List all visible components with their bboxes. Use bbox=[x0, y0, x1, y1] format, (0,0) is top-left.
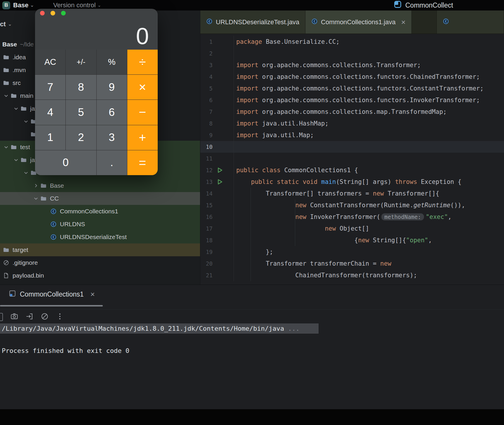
svg-text:C: C bbox=[445, 20, 447, 23]
close-icon[interactable]: × bbox=[401, 18, 406, 26]
editor-tab-commoncollections1-java[interactable]: CCommonCollections1.java× bbox=[305, 11, 412, 34]
tree-item-urldns[interactable]: CURLDNS bbox=[0, 218, 200, 231]
calc-button-4[interactable]: 4 bbox=[35, 100, 65, 125]
code-editor[interactable]: 1package Base.Unserialize.CC;23import or… bbox=[200, 36, 504, 281]
console-command-line[interactable]: /Library/Java/JavaVirtualMachines/jdk1.8… bbox=[0, 323, 319, 334]
run-gutter-icon[interactable] bbox=[213, 179, 227, 185]
camera-icon[interactable] bbox=[11, 313, 18, 320]
token-kw: import bbox=[236, 97, 262, 104]
minimize-window-button[interactable] bbox=[51, 11, 55, 15]
tree-item-payload-bin[interactable]: payload.bin bbox=[0, 269, 200, 282]
code-line: 21 ChainedTransformer(transformers); bbox=[200, 269, 504, 281]
parameter-hint: methodName: bbox=[381, 213, 424, 220]
folder-icon bbox=[10, 92, 18, 99]
folder-icon bbox=[2, 54, 10, 61]
token-kw: import bbox=[236, 73, 262, 80]
zoom-window-button[interactable] bbox=[61, 11, 66, 15]
export-icon[interactable] bbox=[26, 313, 33, 320]
editor-tab-label: CommonCollections1.java bbox=[321, 18, 396, 26]
chevron-right-icon[interactable] bbox=[32, 183, 40, 188]
run-tab[interactable]: CommonCollections1 × bbox=[9, 290, 95, 299]
code-text: import org.apache.commons.collections.fu… bbox=[236, 85, 484, 92]
token-it: getRuntime bbox=[413, 202, 450, 209]
editor-tab-partial[interactable]: C bbox=[437, 11, 504, 34]
calc-button-[interactable]: +/- bbox=[66, 50, 96, 74]
chevron-down-icon[interactable] bbox=[22, 119, 30, 124]
tree-item-cc[interactable]: CC bbox=[0, 192, 200, 205]
token-pl: org.apache.commons.collections.functors.… bbox=[262, 85, 484, 92]
clipped-toolbar-icon bbox=[0, 313, 3, 321]
close-window-button[interactable] bbox=[40, 11, 45, 15]
line-number: 15 bbox=[200, 202, 213, 208]
token-kw: new bbox=[325, 225, 340, 232]
line-number: 16 bbox=[200, 214, 213, 220]
kebab-icon[interactable] bbox=[56, 313, 64, 320]
line-number: 4 bbox=[200, 74, 213, 80]
chevron-down-icon[interactable] bbox=[2, 144, 10, 150]
chevron-down-icon[interactable] bbox=[32, 196, 40, 201]
editor-body[interactable]: 1package Base.Unserialize.CC;23import or… bbox=[200, 34, 504, 285]
code-text: }; bbox=[236, 248, 273, 255]
calc-button-[interactable]: . bbox=[97, 150, 127, 175]
project-selector[interactable]: Base ⌄ bbox=[13, 1, 34, 9]
code-line: 5import org.apache.commons.collections.f… bbox=[200, 83, 504, 94]
run-gutter-icon[interactable] bbox=[213, 167, 227, 173]
code-line: 6import org.apache.commons.collections.f… bbox=[200, 94, 504, 106]
calc-button-2[interactable]: 2 bbox=[66, 125, 96, 150]
calc-button-ac[interactable]: AC bbox=[35, 50, 65, 74]
token-pl: ChainedTransformer(transformers); bbox=[236, 272, 417, 279]
project-badge[interactable]: B bbox=[2, 1, 10, 9]
calc-button-1[interactable]: 1 bbox=[35, 125, 65, 150]
tree-item-label: test bbox=[20, 144, 30, 151]
calc-button-8[interactable]: 8 bbox=[66, 75, 96, 100]
chevron-down-icon[interactable] bbox=[12, 157, 20, 163]
folder-icon bbox=[10, 144, 18, 151]
vcs-widget[interactable]: Version control ⌄ bbox=[53, 1, 101, 9]
window-controls bbox=[40, 11, 66, 15]
calc-button-6[interactable]: 6 bbox=[97, 100, 127, 125]
calc-button-[interactable]: − bbox=[127, 100, 158, 125]
tree-item-gitignore[interactable]: .gitignore bbox=[0, 256, 200, 269]
calc-button-5[interactable]: 5 bbox=[66, 100, 96, 125]
line-number: 17 bbox=[200, 225, 213, 232]
calc-button-[interactable]: × bbox=[127, 75, 158, 100]
chevron-down-icon[interactable] bbox=[2, 93, 10, 98]
close-icon[interactable]: × bbox=[91, 290, 95, 299]
code-text: Transformer transformerChain = new bbox=[236, 260, 391, 267]
editor-gutter: 12 bbox=[200, 164, 234, 176]
editor-gutter: 18 bbox=[200, 234, 234, 246]
run-config-widget[interactable]: CommonCollect bbox=[394, 0, 453, 11]
code-line: 18 {new String[]{"open", bbox=[200, 234, 504, 246]
calc-button-[interactable]: = bbox=[127, 150, 158, 175]
class-icon: C bbox=[311, 18, 318, 26]
calc-button-[interactable]: ÷ bbox=[127, 50, 158, 74]
calc-button-7[interactable]: 7 bbox=[35, 75, 65, 100]
line-number: 10 bbox=[200, 144, 213, 150]
token-pl: Transformer[] transformers = bbox=[236, 190, 373, 197]
tree-item-urldnsdeserializetest[interactable]: CURLDNSDeserializeTest bbox=[0, 231, 200, 243]
slash-icon[interactable] bbox=[41, 313, 48, 320]
token-pl bbox=[236, 178, 251, 185]
console-output: /Library/Java/JavaVirtualMachines/jdk1.8… bbox=[0, 323, 504, 354]
code-text: import org.apache.commons.collections.fu… bbox=[236, 97, 480, 104]
editor-gutter: 7 bbox=[200, 106, 234, 118]
tree-item-commoncollections1[interactable]: CCommonCollections1 bbox=[0, 205, 200, 218]
editor-tab-urldnsdeserializetest-java[interactable]: CURLDNSDeserializeTest.java bbox=[200, 11, 305, 34]
tree-item-base[interactable]: Base bbox=[0, 179, 200, 192]
console-tab-icon bbox=[9, 290, 16, 299]
chevron-down-icon[interactable] bbox=[12, 106, 20, 111]
chevron-down-icon[interactable] bbox=[22, 170, 30, 175]
calc-button-3[interactable]: 3 bbox=[97, 125, 127, 150]
code-line: 3import org.apache.commons.collections.T… bbox=[200, 59, 504, 71]
tree-item-label: payload.bin bbox=[13, 272, 44, 279]
tree-item-target[interactable]: target bbox=[0, 243, 200, 256]
horizontal-scrollbar-thumb[interactable] bbox=[0, 305, 103, 306]
calc-button-9[interactable]: 9 bbox=[97, 75, 127, 100]
calc-button-0[interactable]: 0 bbox=[35, 150, 96, 175]
calc-button-[interactable]: % bbox=[97, 50, 127, 74]
class-icon: C bbox=[50, 208, 57, 215]
calc-button-[interactable]: + bbox=[127, 125, 158, 150]
folder-icon bbox=[40, 182, 47, 189]
editor-area: CURLDNSDeserializeTest.javaCCommonCollec… bbox=[200, 11, 504, 285]
calculator-window[interactable]: 0 AC+/-%÷789×456−123+0.= bbox=[35, 9, 158, 175]
